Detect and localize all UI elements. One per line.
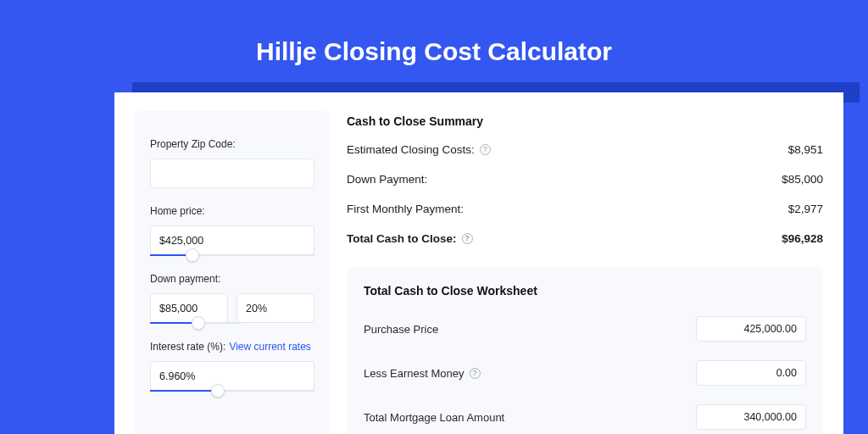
worksheet-input[interactable]	[696, 404, 806, 430]
help-icon[interactable]: ?	[462, 233, 473, 244]
worksheet-row-label-text: Total Mortgage Loan Amount	[364, 411, 504, 424]
home-price-label: Home price:	[150, 205, 314, 217]
worksheet-row-label: Purchase Price	[364, 323, 438, 336]
zip-input[interactable]	[150, 159, 314, 188]
summary-row: First Monthly Payment: $2,977	[347, 203, 823, 215]
interest-input[interactable]	[150, 361, 314, 391]
down-payment-pct-input[interactable]	[236, 293, 314, 323]
worksheet-row: Total Mortgage Loan Amount	[364, 404, 806, 430]
home-price-input[interactable]	[150, 225, 314, 255]
summary-total-label-text: Total Cash to Close:	[347, 232, 457, 245]
inputs-panel: Property Zip Code: Home price: Down paym…	[135, 111, 330, 434]
summary-total-row: Total Cash to Close: ? $96,928	[347, 232, 823, 245]
summary-row-value: $8,951	[788, 143, 823, 156]
summary-row-label: Down Payment:	[347, 173, 427, 186]
page-title: Hillje Closing Cost Calculator	[0, 0, 868, 92]
worksheet-heading: Total Cash to Close Worksheet	[364, 284, 806, 298]
down-payment-label: Down payment:	[150, 273, 314, 285]
worksheet-row: Purchase Price	[364, 316, 806, 342]
interest-label: Interest rate (%):	[150, 341, 225, 353]
worksheet-row-label-text: Purchase Price	[364, 323, 438, 336]
down-payment-slider-thumb[interactable]	[192, 316, 205, 330]
summary-total-label: Total Cash to Close: ?	[347, 232, 473, 245]
worksheet-row: Less Earnest Money ?	[364, 360, 806, 386]
summary-row-value: $85,000	[782, 173, 823, 186]
interest-label-row: Interest rate (%): View current rates	[150, 341, 314, 353]
summary-heading: Cash to Close Summary	[347, 114, 823, 128]
summary-row-label-text: First Monthly Payment:	[347, 203, 464, 215]
home-price-field: Home price:	[150, 205, 314, 256]
summary-row-label: First Monthly Payment:	[347, 203, 464, 215]
interest-slider-thumb[interactable]	[211, 384, 225, 398]
zip-field: Property Zip Code:	[150, 138, 314, 188]
summary-row: Estimated Closing Costs: ? $8,951	[347, 143, 823, 156]
results-panel: Cash to Close Summary Estimated Closing …	[347, 111, 823, 434]
down-payment-field: Down payment:	[150, 273, 314, 324]
summary-total-value: $96,928	[782, 232, 823, 245]
summary-row-value: $2,977	[788, 203, 823, 215]
summary-row: Down Payment: $85,000	[347, 173, 823, 186]
worksheet-row-label: Total Mortgage Loan Amount	[364, 411, 504, 424]
help-icon[interactable]: ?	[480, 144, 491, 155]
summary-section: Cash to Close Summary Estimated Closing …	[347, 111, 823, 252]
home-price-slider[interactable]	[150, 254, 314, 256]
worksheet-section: Total Cash to Close Worksheet Purchase P…	[347, 267, 823, 434]
interest-slider-fill	[150, 390, 218, 392]
help-icon[interactable]: ?	[470, 368, 481, 379]
down-payment-input[interactable]	[150, 293, 228, 323]
home-price-slider-thumb[interactable]	[186, 248, 199, 262]
view-rates-link[interactable]: View current rates	[229, 341, 311, 353]
summary-row-label-text: Estimated Closing Costs:	[347, 143, 475, 156]
calculator-card: Property Zip Code: Home price: Down paym…	[114, 92, 843, 434]
down-payment-row	[150, 293, 314, 323]
interest-field: Interest rate (%): View current rates	[150, 341, 314, 392]
summary-row-label-text: Down Payment:	[347, 173, 427, 186]
summary-row-label: Estimated Closing Costs: ?	[347, 143, 491, 156]
down-payment-slider[interactable]	[150, 322, 241, 324]
worksheet-input[interactable]	[696, 316, 806, 342]
interest-slider[interactable]	[150, 390, 314, 392]
worksheet-input[interactable]	[696, 360, 806, 386]
zip-label: Property Zip Code:	[150, 138, 314, 150]
worksheet-row-label: Less Earnest Money ?	[364, 367, 481, 380]
worksheet-row-label-text: Less Earnest Money	[364, 367, 465, 380]
